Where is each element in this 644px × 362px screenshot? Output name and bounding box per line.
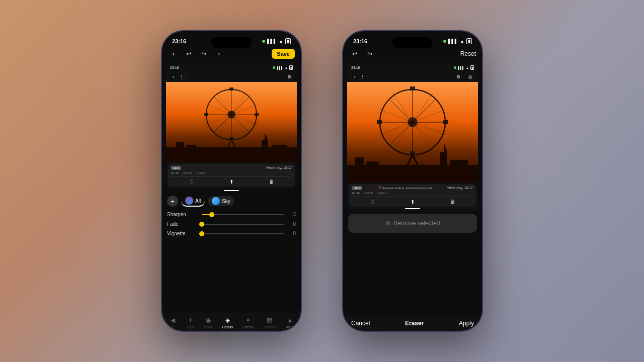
- inner-status-icons-left: ▌▌▌ ▲ ▮: [273, 65, 293, 70]
- time-right: 23:16: [353, 38, 367, 44]
- nav-color-icon: ◉: [204, 316, 212, 324]
- fade-thumb[interactable]: [199, 222, 204, 227]
- nav-details-label: Details: [222, 325, 233, 329]
- stat-iso-left: ISO 50: [183, 171, 192, 174]
- svg-point-10: [227, 111, 235, 119]
- svg-rect-15: [204, 113, 208, 116]
- scroll-indicator-left: [224, 190, 239, 191]
- undo-button-right[interactable]: ↩: [349, 48, 360, 59]
- svg-rect-16: [255, 113, 259, 116]
- heart-icon-left[interactable]: ♡: [189, 179, 194, 185]
- svg-rect-36: [410, 86, 415, 90]
- fade-value: 0: [286, 221, 296, 227]
- redo-button-right[interactable]: ↪: [364, 48, 375, 59]
- battery-right: ▮: [466, 38, 472, 44]
- mask-chip-all[interactable]: All: [181, 196, 205, 207]
- vignette-track[interactable]: [202, 233, 284, 234]
- nav-artst-icon: ▲: [286, 316, 294, 324]
- svg-rect-38: [377, 120, 382, 124]
- left-phone: 23:16 ▌▌▌ ▲ ▮ ‹ ↩ ↪: [161, 30, 302, 332]
- reset-button[interactable]: Reset: [460, 50, 476, 57]
- undo-button-left[interactable]: ↩: [183, 48, 194, 59]
- status-icons-left: ▌▌▌ ▲ ▮: [262, 38, 291, 44]
- nav-item-effects[interactable]: ✦ Effects: [243, 316, 253, 329]
- scroll-indicator-right: [405, 208, 420, 209]
- vignette-label: Vignette: [167, 231, 200, 236]
- stat-iso-right: ISO 50: [364, 192, 373, 195]
- battery-left: ▮: [285, 38, 291, 44]
- info-card-actions-right: ♡ ⬆ 🗑: [352, 197, 473, 205]
- inner-phone-preview-left: 23:16 ▌▌▌ ▲ ▮ ‹ ⋮⋮ ⚙: [166, 63, 297, 188]
- dynamic-island-left: [211, 37, 252, 48]
- share-icon-left[interactable]: ⬆: [229, 179, 233, 185]
- stat-aperture-left: f/4.35: [171, 171, 179, 174]
- save-button[interactable]: Save: [272, 49, 295, 59]
- nav-textures-icon: ▦: [266, 316, 274, 324]
- nav-back-label: y: [172, 325, 174, 328]
- mask-add-button[interactable]: +: [167, 196, 178, 207]
- inner-grid-right: ⋮⋮: [361, 73, 368, 80]
- bottom-actions-right: Cancel Eraser Apply: [343, 316, 482, 331]
- photo-area-right: [347, 82, 478, 183]
- inner-status-left: 23:16 ▌▌▌ ▲ ▮: [166, 63, 297, 72]
- back-button-left[interactable]: ‹: [168, 48, 179, 59]
- svg-rect-37: [410, 151, 415, 155]
- mask-selector-left: + All Sky: [162, 193, 301, 210]
- share-icon-right[interactable]: ⬆: [411, 199, 415, 205]
- eraser-icon: ⊘: [385, 220, 390, 227]
- inner-dot-right: [454, 66, 456, 69]
- svg-rect-45: [450, 160, 468, 183]
- inner-phone-preview-right: 23:16 ▌▌▌ ▲ ▮ ‹ ⋮⋮ ⚙ ◎: [347, 63, 478, 211]
- svg-rect-41: [355, 157, 364, 183]
- cancel-button[interactable]: Cancel: [351, 320, 370, 327]
- redo-button-left[interactable]: ↪: [198, 48, 209, 59]
- apply-button[interactable]: Apply: [459, 320, 474, 327]
- right-screen: 23:16 ▌▌▌ ▲ ▮ ↩ ↪ Reset: [343, 31, 482, 331]
- heart-icon-right[interactable]: ♡: [370, 199, 375, 205]
- wifi-left: ▲: [279, 39, 283, 44]
- forward-button-left[interactable]: ›: [213, 48, 224, 59]
- info-date-right: Yesterday, 16:17: [447, 186, 473, 190]
- info-location-right: 📍 Hayward Gallery, Embankment Road: [378, 186, 432, 190]
- nav-effects-label: Effects: [243, 325, 253, 329]
- signal-right: ▌▌▌: [448, 39, 458, 44]
- nav-textures-label: Textures: [263, 325, 276, 329]
- svg-rect-14: [229, 137, 233, 140]
- nav-item-artst[interactable]: ▲ Art st: [286, 316, 294, 329]
- trash-icon-left[interactable]: 🗑: [269, 179, 274, 185]
- nav-item-light[interactable]: ☀ Light: [187, 316, 195, 329]
- remove-selected-button[interactable]: ⊘ Remove selected: [348, 214, 477, 233]
- nav-item-color[interactable]: ◉ Color: [204, 316, 213, 329]
- info-card-header-left: HEIC Yesterday, 16:17: [171, 166, 292, 170]
- inner-toolbar-right: ‹ ⋮⋮ ⚙ ◎: [347, 72, 478, 82]
- nav-item-back[interactable]: ◀ y: [169, 316, 177, 329]
- sliders-section-left: Sharpen 3 Fade 0: [162, 210, 301, 242]
- nav-item-details[interactable]: ◈ Details: [222, 316, 233, 329]
- dynamic-island-right: [392, 37, 433, 48]
- stat-focal-left: 120mm: [196, 171, 206, 174]
- sharpen-value: 3: [286, 212, 296, 217]
- inner-dot-left: [273, 66, 275, 69]
- eraser-label: Eraser: [405, 320, 424, 327]
- right-phone: 23:16 ▌▌▌ ▲ ▮ ↩ ↪ Reset: [342, 30, 483, 332]
- nav-artst-label: Art st: [286, 325, 294, 329]
- svg-rect-22: [272, 145, 287, 162]
- vignette-thumb[interactable]: [199, 231, 204, 236]
- sharpen-track[interactable]: [202, 214, 284, 215]
- inner-back-left: ‹: [170, 73, 177, 80]
- toolbar-left: ‹ ↩ ↪ › Save: [162, 46, 301, 61]
- inner-time-left: 23:16: [170, 66, 179, 69]
- nav-color-label: Color: [204, 325, 213, 329]
- fade-track[interactable]: [202, 224, 284, 225]
- sharpen-label: Sharpen: [167, 212, 200, 217]
- inner-gear-right: ⚙: [455, 73, 462, 80]
- svg-rect-18: [176, 142, 184, 162]
- mask-chip-sky[interactable]: Sky: [208, 196, 234, 206]
- sharpen-thumb[interactable]: [209, 212, 214, 217]
- svg-rect-19: [186, 145, 196, 162]
- info-card-header-right: HEIC 📍 Hayward Gallery, Embankment Road …: [352, 186, 473, 190]
- trash-icon-right[interactable]: 🗑: [450, 199, 455, 205]
- inner-settings-right: ◎: [467, 73, 474, 80]
- nav-item-textures[interactable]: ▦ Textures: [263, 316, 276, 329]
- nav-effects-icon: ✦: [244, 316, 252, 324]
